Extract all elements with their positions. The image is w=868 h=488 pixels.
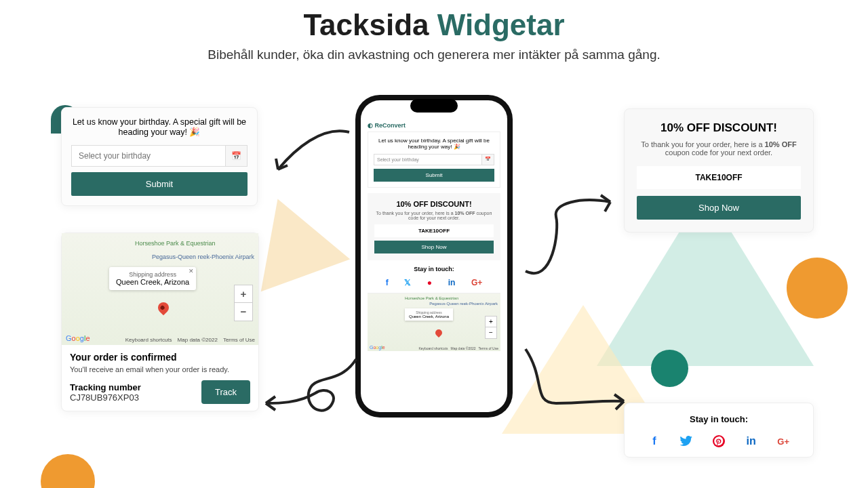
- map-address-popup: ✕ Shipping address Queen Creek, Arizona: [109, 267, 196, 290]
- phone-map-label: Shipping address Queen Creek, Arizona: [405, 308, 453, 321]
- zoom-in-button[interactable]: +: [235, 285, 252, 303]
- linkedin-icon[interactable]: in: [448, 278, 456, 287]
- map-footer: Keyboard shortcuts Map data ©2022 Terms …: [125, 337, 255, 343]
- phone-coupon[interactable]: TAKE10OFF: [374, 224, 494, 237]
- map-poi: Horseshoe Park & Equestrian: [405, 296, 458, 300]
- map-poi: Pegasus-Queen reek-Phoenix Airpark: [429, 302, 498, 306]
- map-area[interactable]: Horseshoe Park & Equestrian Pegasus-Quee…: [62, 233, 258, 345]
- phone-notch: [410, 99, 458, 113]
- tracking-number-label: Tracking number: [70, 382, 141, 392]
- shop-now-button[interactable]: Shop Now: [637, 196, 801, 220]
- social-title: Stay in touch:: [638, 414, 800, 424]
- page-title: Tacksida Widgetar: [0, 8, 868, 42]
- order-confirmed-title: Your order is confirmed: [70, 352, 250, 363]
- google-logo: Google: [66, 334, 90, 342]
- phone-discount-title: 10% OFF DISCOUNT!: [374, 200, 494, 208]
- phone-logo: ReConvert: [368, 119, 500, 131]
- coupon-code[interactable]: TAKE10OFF: [637, 166, 801, 189]
- phone-map[interactable]: Horseshoe Park & Equestrian Pegasus-Quee…: [368, 293, 500, 351]
- map-pin-icon: [434, 328, 443, 338]
- map-poi: Pegasus-Queen reek-Phoenix Airpark: [152, 253, 254, 260]
- phone-screen: ReConvert Let us know your birthday. A s…: [361, 100, 507, 412]
- zoom-out-button[interactable]: −: [235, 303, 252, 321]
- map-shortcuts-link[interactable]: Keyboard shortcuts: [418, 346, 448, 350]
- title-word2: Widgetar: [437, 8, 565, 41]
- map-data-label: Map data ©2022: [451, 346, 476, 350]
- birthday-input[interactable]: [71, 145, 226, 167]
- discount-desc: To thank you for your order, here is a 1…: [637, 140, 801, 157]
- pinterest-icon[interactable]: [711, 434, 726, 449]
- twitter-icon[interactable]: [679, 434, 694, 449]
- discount-title: 10% OFF DISCOUNT!: [637, 121, 801, 135]
- page-header: Tacksida Widgetar Bibehåll kunder, öka d…: [0, 0, 868, 62]
- shipping-address: Queen Creek, Arizona: [116, 278, 189, 286]
- map-terms-link[interactable]: Terms of Use: [479, 346, 498, 350]
- track-button[interactable]: Track: [201, 380, 250, 404]
- close-icon[interactable]: ✕: [189, 268, 194, 274]
- decor-circle-orange-bl: [41, 454, 95, 488]
- discount-widget: 10% OFF DISCOUNT! To thank you for your …: [624, 108, 814, 232]
- phone-social-title: Stay in touch:: [368, 266, 500, 272]
- twitter-icon[interactable]: 𝕏: [404, 278, 411, 287]
- birthday-widget: Let us know your birthday. A special gif…: [61, 107, 258, 206]
- phone-birthday-input[interactable]: Select your birthday: [374, 154, 482, 165]
- social-widget: Stay in touch: f in G+: [624, 403, 814, 458]
- map-pin-icon: [156, 300, 172, 316]
- phone-birthday-widget: Let us know your birthday. A special gif…: [368, 131, 500, 188]
- calendar-icon[interactable]: 📅: [226, 145, 248, 167]
- pinterest-icon[interactable]: ●: [427, 278, 432, 287]
- shipping-label: Shipping address: [116, 271, 189, 278]
- phone-mockup: ReConvert Let us know your birthday. A s…: [355, 95, 513, 418]
- phone-social-row: f 𝕏 ● in G+: [368, 278, 500, 287]
- map-terms-link[interactable]: Terms of Use: [223, 337, 255, 343]
- map-shortcuts-link[interactable]: Keyboard shortcuts: [125, 337, 172, 343]
- order-email-text: You'll receive an email when your order …: [70, 365, 250, 373]
- facebook-icon[interactable]: f: [647, 434, 662, 449]
- phone-discount-widget: 10% OFF DISCOUNT! To thank you for your …: [368, 193, 500, 260]
- map-zoom-control: + −: [234, 285, 253, 321]
- map-poi: Horseshoe Park & Equestrian: [135, 240, 216, 247]
- phone-discount-desc: To thank you for your order, here is a 1…: [374, 211, 494, 220]
- decor-circle-orange-r: [787, 258, 848, 319]
- birthday-title: Let us know your birthday. A special gif…: [71, 117, 248, 137]
- linkedin-icon[interactable]: in: [744, 434, 759, 449]
- page-subtitle: Bibehåll kunder, öka din avkastning och …: [0, 47, 868, 62]
- map-data-label: Map data ©2022: [178, 337, 218, 343]
- phone-calendar-icon[interactable]: 📅: [482, 154, 494, 165]
- googleplus-icon[interactable]: G+: [776, 434, 791, 449]
- zoom-in-button[interactable]: +: [486, 317, 496, 327]
- order-info: Your order is confirmed You'll receive a…: [62, 345, 258, 411]
- title-word1: Tacksida: [303, 8, 429, 41]
- googleplus-icon[interactable]: G+: [471, 278, 482, 287]
- tracking-number-value: CJ78UB976XP03: [70, 392, 141, 403]
- google-logo: Google: [370, 345, 385, 350]
- facebook-icon[interactable]: f: [386, 278, 389, 287]
- decor-circle-teal: [651, 350, 688, 387]
- arrow-icon: [258, 352, 366, 434]
- arrow-icon: [268, 122, 356, 183]
- order-tracking-widget: Horseshoe Park & Equestrian Pegasus-Quee…: [61, 232, 259, 411]
- phone-zoom: + −: [485, 316, 497, 339]
- birthday-submit-button[interactable]: Submit: [71, 172, 248, 196]
- phone-birthday-title: Let us know your birthday. A special gif…: [374, 138, 494, 150]
- zoom-out-button[interactable]: −: [486, 327, 496, 338]
- phone-submit-button[interactable]: Submit: [374, 169, 494, 182]
- phone-shop-button[interactable]: Shop Now: [374, 241, 494, 253]
